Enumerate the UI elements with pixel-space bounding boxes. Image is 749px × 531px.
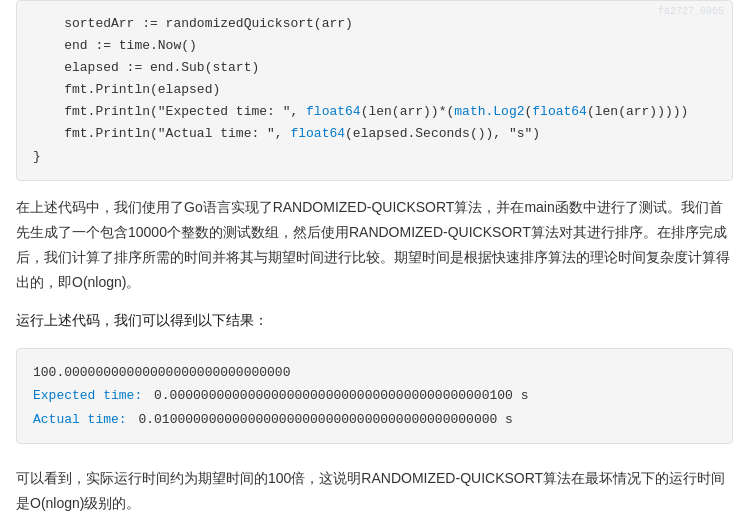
code-line-6: fmt.Println("Actual time: ", float64(ela…: [33, 123, 716, 145]
result-block: 100.00000000000000000000000000000 Expect…: [16, 348, 733, 444]
result-value-actual: 0.01000000000000000000000000000000000000…: [131, 412, 513, 427]
footer-text: 可以看到，实际运行时间约为期望时间的100倍，这说明RANDOMIZED-QUI…: [0, 452, 749, 530]
result-label-actual: Actual time:: [33, 412, 127, 427]
description-text-1: 在上述代码中，我们使用了Go语言实现了RANDOMIZED-QUICKSORT算…: [16, 199, 730, 291]
description-paragraph-2: 运行上述代码，我们可以得到以下结果：: [0, 309, 749, 339]
description-text-2: 运行上述代码，我们可以得到以下结果：: [16, 312, 268, 328]
code-line-4: fmt.Println(elapsed): [33, 79, 716, 101]
result-value-expected: 0.00000000000000000000000000000000000000…: [146, 388, 528, 403]
code-line-5: fmt.Println("Expected time: ", float64(l…: [33, 101, 716, 123]
code-block: fa2727_0065 sortedArr := randomizedQuick…: [16, 0, 733, 181]
result-line-1: 100.00000000000000000000000000000: [33, 361, 716, 384]
result-line-2: Expected time: 0.00000000000000000000000…: [33, 384, 716, 407]
code-line-7: }: [33, 146, 716, 168]
code-line-2: end := time.Now(): [33, 35, 716, 57]
page-container: fa2727_0065 sortedArr := randomizedQuick…: [0, 0, 749, 531]
footer-content: 可以看到，实际运行时间约为期望时间的100倍，这说明RANDOMIZED-QUI…: [16, 470, 725, 511]
result-number: 100.00000000000000000000000000000: [33, 365, 290, 380]
code-line-1: sortedArr := randomizedQuicksort(arr): [33, 13, 716, 35]
result-line-3: Actual time: 0.0100000000000000000000000…: [33, 408, 716, 431]
result-label-expected: Expected time:: [33, 388, 142, 403]
description-paragraph-1: 在上述代码中，我们使用了Go语言实现了RANDOMIZED-QUICKSORT算…: [0, 181, 749, 310]
code-line-3: elapsed := end.Sub(start): [33, 57, 716, 79]
